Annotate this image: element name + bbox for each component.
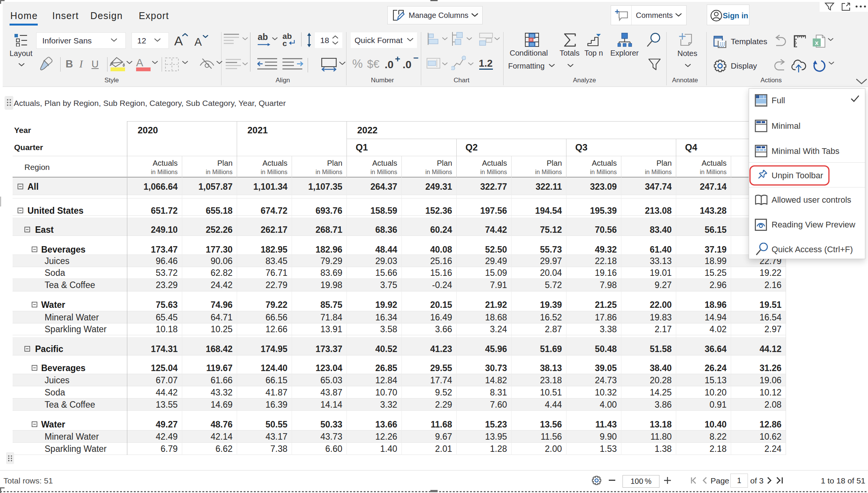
svg-text:x: x bbox=[815, 39, 819, 46]
